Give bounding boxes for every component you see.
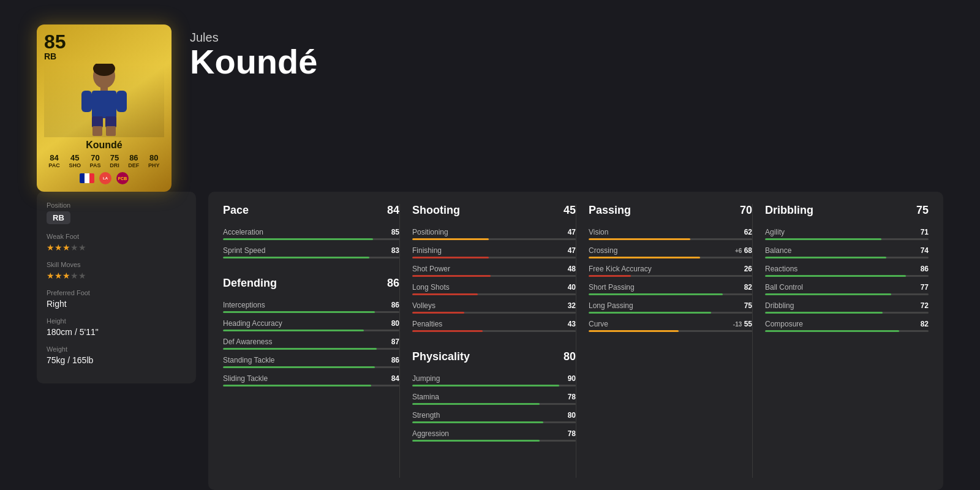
stat-bar-bg <box>765 275 929 277</box>
svg-rect-9 <box>106 126 116 136</box>
stat-value: 71 <box>914 228 929 236</box>
stat-item: Heading Accuracy 80 <box>223 319 399 331</box>
stat-item: Strength 80 <box>412 411 576 423</box>
card-rating: 85 <box>44 32 66 51</box>
stat-bar-fill <box>223 348 377 350</box>
card-stat-pas: 70 PAS <box>90 153 101 168</box>
height-value: 180cm / 5'11" <box>47 327 186 337</box>
category-header: Pace 84 <box>223 204 399 219</box>
stat-value: 47 <box>561 228 576 236</box>
stat-item: Finishing 47 <box>412 246 576 258</box>
stat-bar-bg <box>223 385 399 386</box>
category-value: 45 <box>564 204 576 217</box>
stat-bar-bg <box>223 238 399 240</box>
stat-name: Shot Power <box>412 265 450 273</box>
stat-bar-fill <box>412 330 483 332</box>
stat-item: Curve -13 55 <box>589 320 752 332</box>
stat-name: Sliding Tackle <box>223 374 268 383</box>
preferred-foot-row: Preferred Foot Right <box>47 289 186 309</box>
preferred-foot-value: Right <box>47 299 186 309</box>
stat-name: Volleys <box>412 301 435 310</box>
stat-bar-bg <box>223 330 399 331</box>
stat-item: Penalties 43 <box>412 320 576 332</box>
stat-item: Crossing +6 68 <box>589 246 752 258</box>
stat-bar-fill <box>412 421 543 423</box>
stat-name: Composure <box>765 320 803 328</box>
stat-item: Free Kick Accuracy 26 <box>589 265 752 277</box>
stat-bar-fill <box>412 312 464 314</box>
weak-foot-stars: ★★★★★ <box>47 243 186 252</box>
stat-name: Positioning <box>412 228 448 236</box>
stat-item: Composure 82 <box>765 320 929 332</box>
stat-value: 78 <box>561 429 576 438</box>
stat-bar-bg <box>223 311 399 313</box>
stat-bar-bg <box>412 293 576 295</box>
stat-name: Long Shots <box>412 283 450 292</box>
stat-name: Stamina <box>412 393 439 401</box>
stat-value: 48 <box>561 265 576 273</box>
stat-bar-fill <box>412 257 489 258</box>
stat-bar-fill <box>223 257 369 258</box>
stat-name: Balance <box>765 246 791 255</box>
stats-column-3: Dribbling 75 Agility 71 Balance 74 <box>752 204 929 478</box>
card-stat-pac: 84 PAC <box>48 153 59 168</box>
category-header: Physicality 80 <box>412 350 576 366</box>
card-top: 85 RB <box>44 32 164 61</box>
stat-bar-fill <box>223 311 375 313</box>
stat-value: 85 <box>385 228 399 236</box>
stat-name: Standing Tackle <box>223 356 275 364</box>
stat-item: Short Passing 82 <box>589 283 752 295</box>
stat-bar-fill <box>223 330 364 331</box>
stat-bar-fill <box>589 257 700 258</box>
stat-name: Interceptions <box>223 301 265 309</box>
stat-item: Reactions 86 <box>765 265 929 277</box>
stat-item: Long Shots 40 <box>412 283 576 295</box>
stat-name: Finishing <box>412 246 442 255</box>
stat-item: Vision 62 <box>589 228 752 240</box>
stat-value: 72 <box>914 301 929 310</box>
top-section: 85 RB <box>18 12 962 192</box>
stat-bar-bg <box>589 257 752 258</box>
stats-grid: Pace 84 Acceleration 85 Sprint Speed 83 <box>208 192 943 490</box>
france-flag <box>80 173 94 183</box>
category-value: 86 <box>387 277 399 290</box>
stat-bar-bg <box>765 238 929 240</box>
stat-value: 86 <box>385 356 399 364</box>
svg-rect-8 <box>92 126 102 136</box>
player-last-name: Koundé <box>190 45 317 79</box>
stat-value: 83 <box>385 246 399 255</box>
stat-value: 80 <box>385 319 399 328</box>
preferred-foot-label: Preferred Foot <box>47 289 186 296</box>
stat-item: Def Awareness 87 <box>223 337 399 350</box>
stat-bar-fill <box>412 385 559 386</box>
stats-column-2: Passing 70 Vision 62 Crossing +6 68 <box>576 204 752 478</box>
card-player-image <box>44 64 164 137</box>
stat-item: Volleys 32 <box>412 301 576 314</box>
weight-row: Weight 75kg / 165lb <box>47 345 186 365</box>
stat-bar-bg <box>765 293 929 295</box>
stats-column-0: Pace 84 Acceleration 85 Sprint Speed 83 <box>223 204 399 478</box>
stat-value: 90 <box>561 374 576 383</box>
stat-bar-bg <box>589 312 752 314</box>
stat-value: 32 <box>561 301 576 310</box>
stat-name: Heading Accuracy <box>223 319 282 328</box>
stat-bar-bg <box>765 330 929 332</box>
category-header: Shooting 45 <box>412 204 576 219</box>
stat-bar-bg <box>412 421 576 423</box>
stat-bar-fill <box>223 385 371 386</box>
stat-bar-fill <box>765 312 883 314</box>
stat-bar-fill <box>223 238 373 240</box>
left-sidebar: Position RB Weak Foot ★★★★★ Skill Moves … <box>37 192 196 490</box>
stat-bar-bg <box>412 312 576 314</box>
position-label: Position <box>47 202 186 209</box>
stat-item: Standing Tackle 86 <box>223 356 399 368</box>
stat-value: 62 <box>737 228 752 236</box>
stat-value: 75 <box>737 301 752 310</box>
stat-item: Shot Power 48 <box>412 265 576 277</box>
weight-label: Weight <box>47 345 186 353</box>
stat-bar-bg <box>223 257 399 258</box>
height-label: Height <box>47 317 186 325</box>
stat-bar-bg <box>589 275 752 277</box>
skill-moves-row: Skill Moves ★★★★★ <box>47 261 186 281</box>
svg-rect-3 <box>92 91 116 118</box>
